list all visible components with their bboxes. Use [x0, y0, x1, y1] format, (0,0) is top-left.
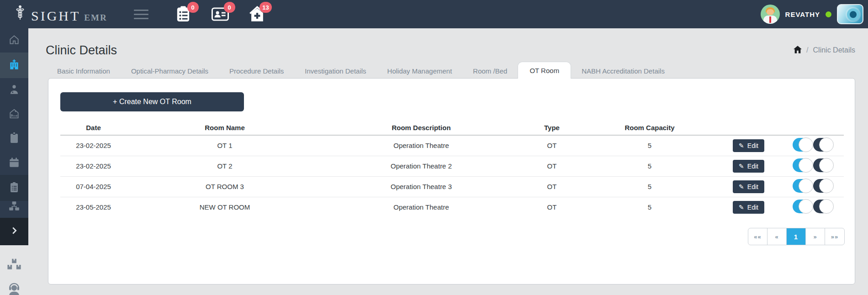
cell-actions: ✎Edit: [715, 176, 782, 197]
cell-date: 23-05-2025: [60, 197, 127, 217]
sidebar-item-departments[interactable]: [0, 201, 28, 213]
room-status-toggle[interactable]: [813, 179, 833, 193]
menu-toggle-icon[interactable]: [134, 7, 148, 22]
tab-ot-room[interactable]: OT Room: [518, 62, 571, 79]
sidebar-item-home[interactable]: [0, 28, 28, 53]
tab-nabh-accreditation-details[interactable]: NABH Accreditation Details: [571, 63, 675, 79]
pencil-icon: ✎: [739, 163, 744, 170]
tab-investigation-details[interactable]: Investigation Details: [294, 63, 376, 79]
edit-button-label: Edit: [747, 204, 758, 211]
online-status-dot: [826, 11, 831, 17]
pagination-page-1[interactable]: 1: [787, 228, 806, 245]
tab-bar: Basic InformationOptical-Pharmacy Detail…: [47, 61, 868, 79]
room-status-toggle[interactable]: [813, 200, 833, 213]
table-row: 23-02-2025OT 2Operation Theatre 2OT5✎Edi…: [60, 156, 844, 176]
room-active-toggle[interactable]: [793, 158, 813, 172]
cell-toggles: [782, 197, 844, 217]
sidebar-item-schedule[interactable]: [0, 151, 28, 175]
edit-button[interactable]: ✎Edit: [733, 180, 764, 193]
pagination-prev[interactable]: «: [767, 228, 787, 245]
pencil-icon: ✎: [739, 204, 744, 211]
app-logo[interactable]: SIGHT EMR: [14, 5, 107, 24]
user-avatar[interactable]: [761, 5, 780, 24]
pencil-icon: ✎: [739, 183, 744, 190]
tab-room-bed[interactable]: Room /Bed: [462, 63, 518, 79]
sidebar-item-reports[interactable]: [0, 126, 28, 151]
cell-toggles: [782, 156, 844, 176]
tab-basic-information[interactable]: Basic Information: [47, 63, 121, 79]
hospital-icon: [8, 58, 20, 72]
top-header: SIGHT EMR 0 0: [0, 0, 868, 28]
cell-toggles: [782, 135, 844, 156]
tab-holiday-management[interactable]: Holiday Management: [377, 63, 463, 79]
bed-home-icon: [8, 108, 20, 121]
cell-room-description: Operation Theatre: [323, 135, 519, 156]
home-icon: [8, 34, 20, 47]
toggle-knob: [819, 137, 834, 152]
cell-room-description: Operation Theatre 3: [323, 176, 519, 197]
pagination-last[interactable]: »»: [825, 228, 844, 245]
edit-button[interactable]: ✎Edit: [733, 201, 764, 214]
cell-room-capacity: 5: [584, 197, 715, 217]
cell-type: OT: [519, 156, 584, 176]
sidebar-item-records[interactable]: [0, 175, 28, 201]
pencil-icon: ✎: [739, 142, 744, 149]
user-name[interactable]: REVATHY: [785, 11, 820, 18]
cell-date: 23-02-2025: [60, 156, 127, 176]
room-active-toggle[interactable]: [793, 179, 813, 193]
toggle-knob: [799, 158, 813, 173]
pagination: «« « 1 » »»: [748, 228, 845, 245]
tab-procedure-details[interactable]: Procedure Details: [219, 63, 294, 79]
cell-room-capacity: 5: [584, 135, 715, 156]
doctor-icon: [8, 84, 20, 97]
cell-type: OT: [519, 197, 584, 217]
cell-room-description: Operation Theatre: [323, 197, 519, 217]
cell-actions: ✎Edit: [715, 197, 782, 217]
pagination-next[interactable]: »: [806, 228, 825, 245]
create-ot-room-button[interactable]: + Create New OT Room: [60, 92, 244, 111]
cell-actions: ✎Edit: [715, 156, 782, 176]
breadcrumb-separator: /: [806, 46, 808, 54]
room-active-toggle[interactable]: [793, 200, 813, 213]
chevron-right-icon: [9, 226, 19, 237]
cell-toggles: [782, 176, 844, 197]
sidebar: [0, 28, 28, 245]
home-breadcrumb-icon[interactable]: [794, 46, 802, 55]
clipboard-list-icon: [9, 181, 20, 195]
inventory-boxes-icon[interactable]: [0, 257, 28, 273]
column-header-date: Date: [60, 121, 127, 135]
column-header-actions: [715, 121, 782, 135]
brand-name: SIGHT: [31, 8, 80, 24]
sidebar-item-doctors[interactable]: [0, 78, 28, 102]
table-row: 23-02-2025OT 1Operation TheatreOT5✎Edit: [60, 135, 844, 156]
edit-button[interactable]: ✎Edit: [733, 139, 764, 152]
support-agent-icon[interactable]: [0, 281, 28, 295]
sitemap-icon: [8, 201, 20, 213]
sidebar-expand-button[interactable]: [0, 218, 28, 245]
toggle-knob: [819, 158, 834, 173]
cell-room-name: OT ROOM 3: [127, 176, 323, 197]
hospital-plus-icon[interactable]: 13: [248, 5, 265, 23]
cell-date: 07-04-2025: [60, 176, 127, 197]
tab-optical-pharmacy-details[interactable]: Optical-Pharmacy Details: [121, 63, 219, 79]
cell-room-description: Operation Theatre 2: [323, 156, 519, 176]
page-title: Clinic Details: [46, 43, 117, 58]
tasks-icon[interactable]: 0: [175, 5, 192, 23]
id-card-icon[interactable]: 0: [212, 5, 229, 23]
pagination-first[interactable]: ««: [748, 228, 767, 245]
cell-room-name: OT 1: [127, 135, 323, 156]
sidebar-item-clinic[interactable]: [0, 53, 28, 78]
clipboard-icon: [9, 132, 20, 146]
ot-room-table-body: 23-02-2025OT 1Operation TheatreOT5✎Edit2…: [60, 135, 844, 217]
toggle-knob: [819, 199, 834, 214]
ot-room-table: Date Room Name Room Description Type Roo…: [60, 121, 844, 217]
profile-photo[interactable]: [837, 4, 863, 24]
room-status-toggle[interactable]: [813, 158, 833, 172]
edit-button[interactable]: ✎Edit: [733, 160, 764, 173]
room-active-toggle[interactable]: [793, 138, 813, 152]
breadcrumb-current: Clinic Details: [813, 46, 855, 54]
sidebar-item-rooms[interactable]: [0, 102, 28, 126]
cell-room-name: OT 2: [127, 156, 323, 176]
room-status-toggle[interactable]: [813, 138, 833, 152]
cell-room-name: NEW OT ROOM: [127, 197, 323, 217]
